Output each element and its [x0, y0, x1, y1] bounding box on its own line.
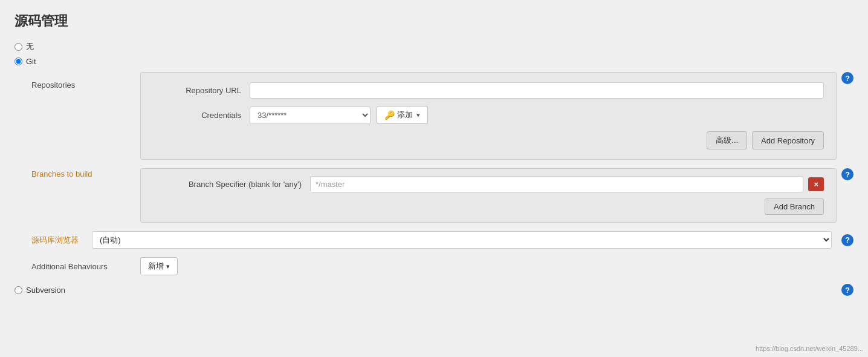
branches-section: Branches to build Branch Specifier (blan… — [31, 168, 853, 223]
advanced-button[interactable]: 高级... — [707, 131, 747, 149]
additional-behaviours-actions: 新增 ▾ — [140, 257, 178, 275]
delete-branch-button[interactable]: × — [808, 177, 824, 191]
scm-git-option[interactable]: Git — [15, 57, 853, 66]
credential-dropdown-arrow-icon: ▾ — [416, 111, 420, 119]
new-behaviour-button[interactable]: 新增 ▾ — [140, 257, 178, 275]
key-icon: 🔑 — [384, 110, 395, 120]
add-credential-label: 添加 — [397, 110, 413, 120]
repo-url-value — [250, 82, 824, 99]
credentials-field: 33/****** 🔑 添加 ▾ — [250, 106, 824, 124]
branch-specifier-row: Branch Specifier (blank for 'any') × — [153, 176, 824, 192]
browser-help-icon[interactable]: ? — [841, 234, 853, 246]
browser-label: 源码库浏览器 — [31, 235, 92, 246]
scm-git-radio[interactable] — [15, 57, 22, 65]
repo-url-row: Repository URL — [153, 82, 824, 99]
scm-none-label: 无 — [26, 41, 34, 52]
repositories-help-icon[interactable]: ? — [841, 72, 853, 84]
scm-none-option[interactable]: 无 — [15, 41, 853, 52]
browser-row: 源码库浏览器 (自动) githubweb gitblit bitbucketw… — [31, 231, 853, 249]
repositories-section: Repositories Repository URL — [31, 72, 853, 160]
credentials-row: Credentials 33/****** 🔑 添加 ▾ — [153, 106, 824, 124]
scm-none-radio[interactable] — [15, 43, 22, 51]
repositories-content: Repository URL Credentials 33/****** — [140, 72, 853, 160]
add-credential-button[interactable]: 🔑 添加 ▾ — [377, 106, 428, 124]
branches-label: Branches to build — [31, 168, 140, 178]
scm-git-label: Git — [26, 57, 36, 66]
page-title: 源码管理 — [15, 12, 853, 30]
scm-svn-radio[interactable] — [15, 286, 22, 294]
branch-specifier-input[interactable] — [310, 176, 803, 192]
scm-subversion-option[interactable]: Subversion ? — [15, 284, 853, 296]
new-behaviour-arrow-icon: ▾ — [166, 263, 170, 270]
repositories-panel: Repository URL Credentials 33/****** — [140, 72, 837, 160]
credentials-select[interactable]: 33/****** — [250, 106, 371, 124]
add-repository-button[interactable]: Add Repository — [752, 131, 824, 149]
credentials-label: Credentials — [153, 111, 250, 120]
branches-help-icon[interactable]: ? — [841, 168, 853, 180]
repo-url-label: Repository URL — [153, 86, 250, 95]
repo-panel-footer: 高级... Add Repository — [153, 131, 824, 149]
browser-select[interactable]: (自动) githubweb gitblit bitbucketweb — [92, 231, 832, 249]
subversion-help-icon[interactable]: ? — [841, 284, 853, 296]
branches-panel: Branch Specifier (blank for 'any') × Add… — [140, 168, 837, 223]
branch-specifier-label: Branch Specifier (blank for 'any') — [153, 180, 310, 189]
branches-content: Branch Specifier (blank for 'any') × Add… — [140, 168, 853, 223]
add-branch-button[interactable]: Add Branch — [765, 198, 824, 215]
additional-behaviours-label: Additional Behaviours — [31, 262, 140, 271]
scm-svn-label: Subversion — [26, 286, 65, 295]
repositories-label: Repositories — [31, 72, 140, 90]
additional-behaviours-row: Additional Behaviours 新增 ▾ — [31, 257, 853, 275]
new-behaviour-label: 新增 — [148, 261, 164, 272]
repo-url-input[interactable] — [250, 82, 824, 99]
